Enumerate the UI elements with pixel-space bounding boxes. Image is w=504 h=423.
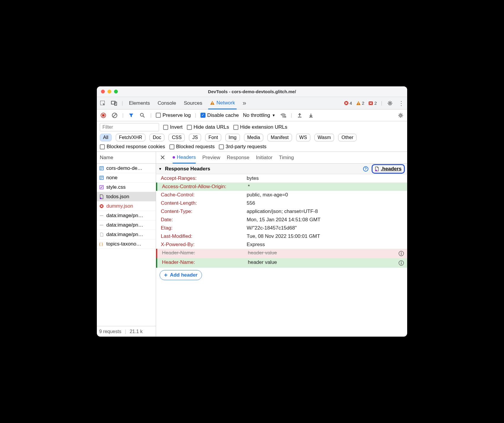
- detail-tab-response[interactable]: Response: [227, 152, 250, 163]
- close-detail-icon[interactable]: ✕: [159, 154, 166, 161]
- main-tabbar: | Elements Console Sources Network » 4 2…: [97, 97, 407, 109]
- more-tabs-icon[interactable]: »: [241, 100, 248, 107]
- request-item[interactable]: todos.json: [97, 192, 156, 201]
- request-item[interactable]: data:image/pn…: [97, 220, 156, 230]
- error-count[interactable]: 4: [344, 101, 352, 106]
- request-type-icon: [99, 185, 104, 190]
- filter-chip-other[interactable]: Other: [338, 134, 357, 141]
- help-icon[interactable]: ?: [362, 165, 369, 172]
- response-headers-heading[interactable]: ▼ Response Headers ? .headers: [156, 164, 407, 174]
- svg-line-15: [143, 116, 145, 117]
- wifi-icon[interactable]: [280, 112, 287, 119]
- request-item[interactable]: none: [97, 173, 156, 183]
- filter-chip-font[interactable]: Font: [205, 134, 221, 141]
- request-type-icon: [99, 223, 104, 227]
- request-item[interactable]: data:image/pn…: [97, 211, 156, 220]
- tab-elements[interactable]: Elements: [127, 98, 152, 109]
- disclosure-triangle-icon: ▼: [158, 167, 162, 171]
- filter-chip-all[interactable]: All: [100, 134, 112, 141]
- request-type-icon: [99, 175, 104, 180]
- header-key: Content-Type:: [161, 209, 247, 214]
- warning-count[interactable]: 2: [356, 101, 364, 106]
- request-item[interactable]: data:image/pn…: [97, 230, 156, 239]
- panel-settings-icon[interactable]: [397, 112, 404, 119]
- override-dot-icon: [173, 156, 175, 159]
- add-header-button[interactable]: +Add header: [160, 270, 202, 280]
- request-item[interactable]: style.css: [97, 183, 156, 192]
- svg-point-40: [401, 261, 402, 262]
- header-row: X-Powered-By:Express: [156, 240, 407, 249]
- header-key: Access-Control-Allow-Origin:: [162, 184, 248, 190]
- blocked-cookies-checkbox[interactable]: Blocked response cookies: [100, 144, 165, 150]
- gear-icon[interactable]: [386, 100, 394, 107]
- clear-icon[interactable]: [111, 112, 118, 119]
- svg-rect-6: [358, 102, 359, 104]
- filter-chip-manifest[interactable]: Manifest: [267, 134, 292, 141]
- devtools-window: DevTools - cors-demo-devtools.glitch.me/…: [97, 86, 407, 337]
- info-icon[interactable]: [398, 259, 405, 267]
- third-party-checkbox[interactable]: 3rd-party requests: [219, 144, 267, 150]
- svg-rect-38: [401, 253, 402, 255]
- overrides-file-link[interactable]: .headers: [372, 164, 405, 174]
- filter-chip-wasm[interactable]: Wasm: [314, 134, 334, 141]
- request-item[interactable]: { }topics-taxono…: [97, 239, 156, 249]
- disable-cache-checkbox[interactable]: Disable cache: [200, 112, 239, 118]
- filter-chip-media[interactable]: Media: [244, 134, 264, 141]
- close-window-button[interactable]: [101, 90, 105, 93]
- hide-data-urls-checkbox[interactable]: Hide data URLs: [187, 124, 229, 130]
- warning-icon: [210, 101, 215, 105]
- request-item[interactable]: cors-demo-de…: [97, 164, 156, 173]
- header-key: Accept-Ranges:: [161, 175, 247, 181]
- filter-icon[interactable]: [128, 112, 135, 119]
- kebab-icon[interactable]: ⋮: [398, 100, 405, 107]
- detail-tab-timing[interactable]: Timing: [279, 152, 294, 163]
- maximize-window-button[interactable]: [114, 90, 118, 93]
- filter-chip-doc[interactable]: Doc: [150, 134, 164, 141]
- detail-tab-preview[interactable]: Preview: [202, 152, 220, 163]
- hide-extension-urls-checkbox[interactable]: Hide extension URLs: [233, 124, 288, 130]
- info-icon[interactable]: [398, 250, 405, 257]
- svg-text:?: ?: [365, 167, 367, 171]
- header-value: bytes: [247, 175, 405, 181]
- filter-chip-js[interactable]: JS: [189, 134, 201, 141]
- preserve-log-checkbox[interactable]: Preserve log: [156, 112, 191, 118]
- filter-chip-ws[interactable]: WS: [296, 134, 310, 141]
- header-row: Accept-Ranges:bytes: [156, 174, 407, 183]
- request-name: data:image/pn…: [106, 232, 143, 238]
- status-bar: 9 requests | 21.1 k: [97, 326, 156, 337]
- header-value: Mon, 15 Jan 2024 14:51:08 GMT: [247, 217, 405, 223]
- filter-input[interactable]: [100, 123, 159, 131]
- request-item[interactable]: dummy.json: [97, 201, 156, 211]
- header-row: Header-Name:header value: [156, 258, 407, 268]
- filter-bar: Invert Hide data URLs Hide extension URL…: [97, 121, 407, 152]
- request-name: todos.json: [106, 194, 129, 200]
- inspect-icon[interactable]: [99, 100, 106, 107]
- svg-rect-7: [358, 104, 359, 104]
- download-icon[interactable]: [307, 112, 314, 119]
- detail-tab-headers[interactable]: Headers: [173, 152, 196, 164]
- filter-chip-fetchxhr[interactable]: Fetch/XHR: [116, 134, 145, 141]
- header-value: application/json; charset=UTF-8: [247, 209, 405, 214]
- device-icon[interactable]: [110, 100, 118, 107]
- svg-rect-4: [212, 104, 213, 104]
- throttling-select[interactable]: No throttling▼: [243, 112, 275, 118]
- request-name: data:image/pn…: [106, 222, 143, 228]
- invert-checkbox[interactable]: Invert: [163, 124, 183, 130]
- filter-chip-css[interactable]: CSS: [168, 134, 185, 141]
- minimize-window-button[interactable]: [107, 90, 111, 93]
- tab-sources[interactable]: Sources: [182, 98, 204, 109]
- header-row: Date:Mon, 15 Jan 2024 14:51:08 GMT: [156, 216, 407, 224]
- blocked-requests-checkbox[interactable]: Blocked requests: [169, 144, 215, 150]
- header-key: Last-Modified:: [161, 233, 247, 239]
- upload-icon[interactable]: [296, 112, 303, 119]
- filter-chip-img[interactable]: Img: [225, 134, 240, 141]
- issue-count[interactable]: 2: [368, 101, 377, 106]
- search-icon[interactable]: [139, 112, 146, 119]
- tab-network[interactable]: Network: [208, 97, 237, 109]
- header-key: X-Powered-By:: [161, 242, 247, 248]
- record-icon[interactable]: [100, 112, 107, 119]
- detail-tab-initiator[interactable]: Initiator: [256, 152, 272, 163]
- traffic-lights: [101, 90, 118, 93]
- tab-console[interactable]: Console: [156, 98, 178, 109]
- request-type-icon: [99, 232, 104, 237]
